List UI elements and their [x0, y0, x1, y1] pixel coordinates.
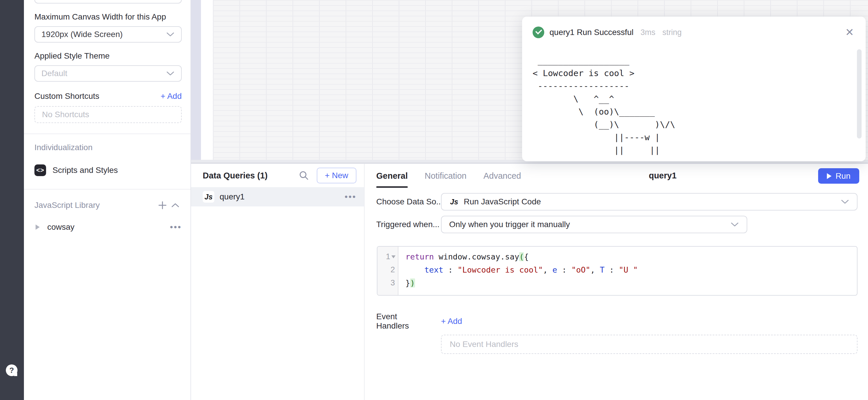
run-button-label: Run	[836, 171, 850, 181]
code-icon: <>	[34, 164, 46, 176]
no-shortcuts-placeholder: No Shortcuts	[42, 110, 89, 119]
left-nav-rail: ?	[0, 0, 24, 400]
chevron-down-icon	[730, 222, 739, 227]
scripts-and-styles-item[interactable]: <> Scripts and Styles	[34, 164, 182, 176]
help-glyph: ?	[9, 366, 14, 375]
code-editor[interactable]: 123 return window.cowsay.say({ text : "L…	[377, 246, 858, 296]
tab-notification[interactable]: Notification	[425, 164, 466, 188]
data-queries-panel: Data Queries (1) + New Js query1 •••	[191, 164, 365, 400]
line-number: 2	[377, 263, 398, 276]
style-theme-placeholder: Default	[41, 69, 166, 78]
no-event-handlers-placeholder: No Event Handlers	[450, 340, 518, 349]
trigger-value: Only when you trigger it manually	[449, 220, 726, 229]
library-item-name: cowsay	[47, 223, 170, 232]
style-theme-label: Applied Style Theme	[34, 51, 182, 61]
query-result-toast: query1 Run Successful 3ms string ✕ _____…	[522, 16, 866, 161]
line-number: 3	[377, 276, 398, 290]
canvas-width-value: 1920px (Wide Screen)	[41, 30, 166, 39]
collapse-library-button[interactable]	[169, 199, 182, 212]
chevron-down-icon	[841, 199, 849, 205]
custom-shortcuts-label: Custom Shortcuts	[34, 92, 99, 101]
add-shortcut-button[interactable]: + Add	[161, 92, 182, 101]
datasource-label: Choose Data So...	[376, 197, 441, 206]
more-options-icon[interactable]: •••	[170, 222, 182, 232]
plus-icon	[158, 201, 167, 210]
close-icon[interactable]: ✕	[844, 26, 855, 39]
data-queries-header: Data Queries (1)	[203, 171, 299, 180]
canvas-width-select[interactable]: 1920px (Wide Screen)	[34, 26, 182, 42]
run-button[interactable]: Run	[818, 168, 859, 184]
divider	[24, 134, 190, 134]
toast-scrollbar[interactable]	[857, 49, 862, 138]
js-icon: Js	[449, 197, 459, 207]
truncated-top-input[interactable]	[34, 0, 182, 3]
more-options-icon[interactable]: •••	[344, 192, 356, 202]
query-list-item[interactable]: Js query1 •••	[191, 187, 364, 206]
fold-arrow-icon[interactable]	[392, 256, 396, 258]
individualization-header: Individualization	[34, 143, 182, 152]
tab-general[interactable]: General	[376, 164, 408, 188]
expand-caret-icon[interactable]	[36, 225, 40, 230]
chevron-up-icon	[171, 202, 180, 208]
query-title: query1	[649, 171, 676, 180]
code-line: })	[405, 276, 857, 290]
search-icon[interactable]	[299, 170, 309, 181]
code-gutter: 123	[377, 247, 398, 295]
query-details-panel: General Notification Advanced query1 Run…	[365, 164, 868, 400]
app-settings-panel: Maximum Canvas Width for this App 1920px…	[24, 0, 191, 400]
query-editor-panel: Data Queries (1) + New Js query1 ••• Gen…	[191, 163, 868, 400]
help-icon[interactable]: ?	[6, 364, 18, 376]
js-library-header: JavaScript Library	[34, 201, 156, 210]
chevron-down-icon	[166, 71, 175, 76]
code-lines[interactable]: return window.cowsay.say({ text : "Lowco…	[398, 247, 857, 295]
play-icon	[827, 173, 832, 179]
divider	[24, 189, 190, 190]
no-event-handlers-box: No Event Handlers	[441, 335, 858, 354]
js-icon: Js	[203, 191, 214, 203]
code-line: return window.cowsay.say({	[405, 250, 857, 263]
tab-advanced[interactable]: Advanced	[483, 164, 521, 188]
toast-title: query1 Run Successful	[550, 28, 633, 37]
toast-output: __________________ < Lowcoder is cool > …	[533, 54, 855, 157]
add-library-button[interactable]	[156, 199, 169, 212]
toast-result-type: string	[662, 28, 682, 37]
chevron-down-icon	[166, 32, 175, 37]
style-theme-select[interactable]: Default	[34, 65, 182, 81]
datasource-value: Run JavaScript Code	[464, 197, 836, 206]
add-event-handler-button[interactable]: + Add	[441, 316, 462, 326]
trigger-select[interactable]: Only when you trigger it manually	[441, 216, 747, 233]
library-item-cowsay[interactable]: cowsay •••	[34, 222, 182, 232]
trigger-label: Triggered when...	[376, 220, 441, 229]
canvas-gutter	[191, 0, 201, 160]
no-shortcuts-box: No Shortcuts	[34, 106, 182, 123]
canvas-width-label: Maximum Canvas Width for this App	[34, 12, 182, 22]
event-handlers-label: Event Handlers	[376, 312, 431, 331]
query-name: query1	[220, 192, 339, 201]
code-line: text : "Lowcoder is cool", e : "oO", T :…	[405, 263, 857, 276]
scripts-and-styles-label: Scripts and Styles	[53, 166, 118, 175]
line-number: 1	[377, 250, 398, 263]
new-query-button[interactable]: + New	[317, 168, 356, 184]
datasource-select[interactable]: Js Run JavaScript Code	[441, 193, 858, 210]
query-tabs: General Notification Advanced	[376, 164, 521, 188]
success-check-icon	[533, 27, 544, 38]
toast-duration: 3ms	[641, 28, 655, 37]
